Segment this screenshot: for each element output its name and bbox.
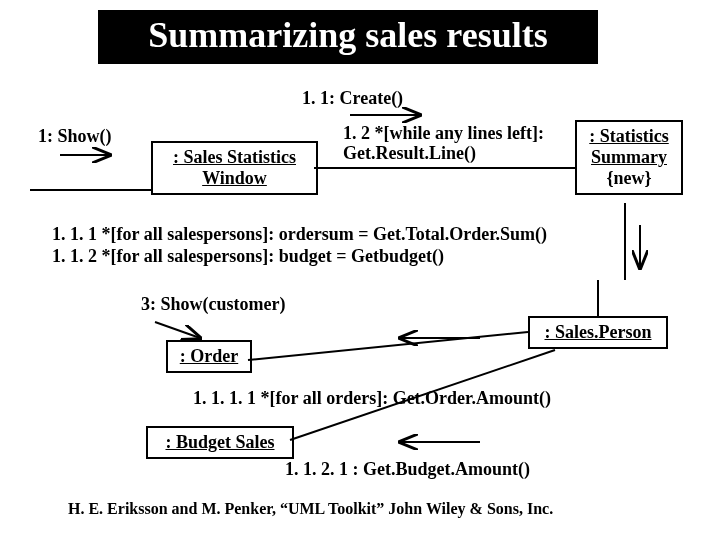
slide-title: Summarizing sales results [98, 10, 598, 64]
obj-sales-person-label: : Sales.Person [532, 322, 664, 343]
obj-budget-sales: : Budget Sales [146, 426, 294, 459]
obj-order-label: : Order [170, 346, 248, 367]
obj-stats-summary: : Statistics Summary {new} [575, 120, 683, 195]
obj-stats-window: : Sales Statistics Window [151, 141, 318, 195]
obj-stats-window-line2: Window [155, 168, 314, 189]
svg-line-9 [155, 322, 200, 338]
obj-stats-summary-line1: : Statistics [579, 126, 679, 147]
msg-show: 1: Show() [38, 126, 112, 147]
obj-stats-summary-new: {new} [579, 168, 679, 189]
obj-stats-window-line1: : Sales Statistics [155, 147, 314, 168]
msg-budgetamt: 1. 1. 2. 1 : Get.Budget.Amount() [285, 459, 530, 480]
msg-resultline-b: Get.Result.Line() [343, 143, 476, 164]
msg-showcust: 3: Show(customer) [141, 294, 285, 315]
msg-budget: 1. 1. 2 *[for all salespersons]: budget … [52, 246, 444, 267]
msg-orderamt: 1. 1. 1. 1 *[for all orders]: Get.Order.… [193, 388, 551, 409]
msg-ordersum: 1. 1. 1 *[for all salespersons]: ordersu… [52, 224, 547, 245]
svg-line-7 [248, 332, 528, 360]
msg-resultline-a: 1. 2 *[while any lines left]: [343, 123, 544, 144]
obj-stats-summary-line2: Summary [579, 147, 679, 168]
obj-sales-person: : Sales.Person [528, 316, 668, 349]
obj-budget-sales-label: : Budget Sales [150, 432, 290, 453]
msg-create: 1. 1: Create() [302, 88, 403, 109]
footer-citation: H. E. Eriksson and M. Penker, “UML Toolk… [68, 500, 553, 518]
obj-order: : Order [166, 340, 252, 373]
